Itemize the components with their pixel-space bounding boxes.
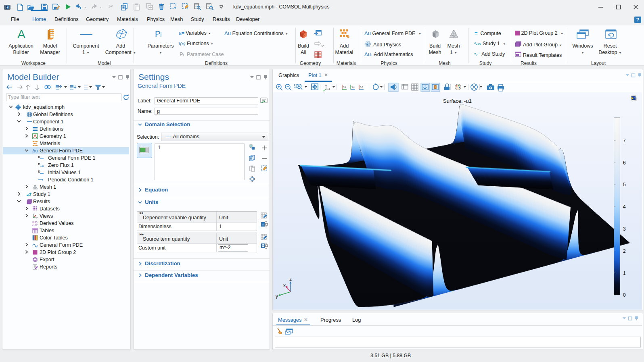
svg-text:7: 7 bbox=[623, 138, 626, 144]
svg-text:3: 3 bbox=[623, 226, 626, 232]
svg-text:Δu: Δu bbox=[32, 148, 38, 153]
svg-text:yz: yz bbox=[351, 85, 355, 88]
svg-text:D: D bbox=[38, 162, 40, 166]
svg-text:z: z bbox=[289, 276, 292, 282]
svg-text:y: y bbox=[276, 293, 278, 299]
svg-text:D: D bbox=[38, 155, 40, 159]
svg-text:0: 0 bbox=[623, 292, 626, 298]
svg-text:8.85: 8.85 bbox=[32, 221, 38, 224]
svg-text:e-12: e-12 bbox=[32, 224, 38, 227]
svg-text:5: 5 bbox=[623, 182, 626, 187]
svg-text:xz: xz bbox=[360, 85, 363, 88]
svg-text:1: 1 bbox=[623, 270, 626, 276]
svg-text:2: 2 bbox=[623, 248, 626, 254]
svg-text:xy: xy bbox=[343, 85, 346, 88]
svg-text:D: D bbox=[38, 170, 40, 173]
svg-text:x: x bbox=[283, 283, 286, 288]
svg-text:4: 4 bbox=[623, 204, 626, 210]
svg-text:6: 6 bbox=[623, 160, 626, 166]
